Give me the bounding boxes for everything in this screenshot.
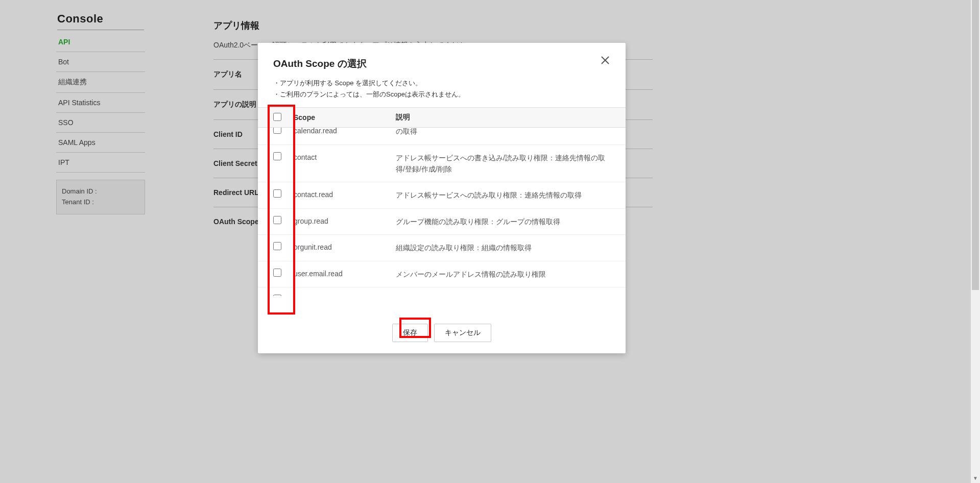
scope-desc: メンバーのメールアドレス情報の読み取り権限 bbox=[396, 269, 610, 280]
page-scrollbar-down-arrow[interactable]: ▼ bbox=[971, 474, 980, 483]
scope-checkbox[interactable] bbox=[273, 216, 281, 224]
page-scrollbar[interactable]: ▼ bbox=[971, 0, 980, 483]
th-scope: Scope bbox=[294, 113, 396, 122]
page-scrollbar-thumb[interactable] bbox=[972, 0, 979, 290]
cancel-button[interactable]: キャンセル bbox=[434, 324, 491, 342]
scope-checkbox[interactable] bbox=[273, 152, 281, 160]
scope-desc: グループ機能の読み取り権限：グループの情報取得 bbox=[396, 216, 610, 227]
scope-table-header: Scope 説明 bbox=[258, 107, 626, 128]
scope-row: user.email.readメンバーのメールアドレス情報の読み取り権限 bbox=[258, 261, 626, 287]
scope-name: orgunit.read bbox=[294, 242, 396, 251]
scope-row: user.profile.readメンバーのプロフィール情報（名前、メールアドレ… bbox=[258, 287, 626, 296]
scope-name: calendar.read bbox=[294, 128, 396, 135]
scope-name: group.read bbox=[294, 216, 396, 225]
modal-note: ・アプリが利用する Scope を選択してください。 ・ご利用のプランによっては… bbox=[258, 76, 626, 107]
scope-name: contact.read bbox=[294, 189, 396, 199]
scope-desc: アドレス帳サービスへの読み取り権限：連絡先情報の取得 bbox=[396, 189, 610, 201]
scope-row: contactアドレス帳サービスへの書き込み/読み取り権限：連絡先情報の取得/登… bbox=[258, 145, 626, 183]
modal-note-2: ・ご利用のプランによっては、一部のScopeは表示されません。 bbox=[273, 89, 610, 100]
scope-row: contact.readアドレス帳サービスへの読み取り権限：連絡先情報の取得 bbox=[258, 182, 626, 208]
scope-checkbox[interactable] bbox=[273, 269, 281, 277]
close-icon[interactable] bbox=[600, 55, 610, 65]
scope-select-all-checkbox[interactable] bbox=[273, 113, 281, 121]
scope-row: group.readグループ機能の読み取り権限：グループの情報取得 bbox=[258, 209, 626, 235]
scope-desc: メンバーのプロフィール情報（名前、メールアドレス、組織情報など）の読み取り権限 bbox=[396, 295, 610, 296]
scope-name: user.profile.read bbox=[294, 295, 396, 296]
th-desc: 説明 bbox=[396, 113, 610, 122]
scope-checkbox[interactable] bbox=[273, 242, 281, 250]
scope-desc: の取得 bbox=[396, 128, 610, 137]
scope-desc: アドレス帳サービスへの書き込み/読み取り権限：連絡先情報の取得/登録/作成/削除 bbox=[396, 152, 610, 175]
scope-desc: 組織設定の読み取り権限：組織の情報取得 bbox=[396, 242, 610, 253]
modal-note-1: ・アプリが利用する Scope を選択してください。 bbox=[273, 78, 610, 89]
modal-title: OAuth Scope の選択 bbox=[273, 57, 367, 70]
oauth-scope-modal: OAuth Scope の選択 ・アプリが利用する Scope を選択してくださ… bbox=[258, 43, 626, 353]
scope-row: orgunit.read組織設定の読み取り権限：組織の情報取得 bbox=[258, 235, 626, 261]
scope-checkbox[interactable] bbox=[273, 295, 281, 296]
scope-row: calendar.readの取得 bbox=[258, 128, 626, 144]
scope-name: contact bbox=[294, 152, 396, 161]
scope-name: user.email.read bbox=[294, 269, 396, 278]
scope-checkbox[interactable] bbox=[273, 128, 281, 134]
scope-checkbox[interactable] bbox=[273, 189, 281, 198]
scope-scroll-area[interactable]: calendar.readの取得contactアドレス帳サービスへの書き込み/読… bbox=[258, 128, 626, 296]
save-button[interactable]: 保存 bbox=[392, 324, 428, 342]
